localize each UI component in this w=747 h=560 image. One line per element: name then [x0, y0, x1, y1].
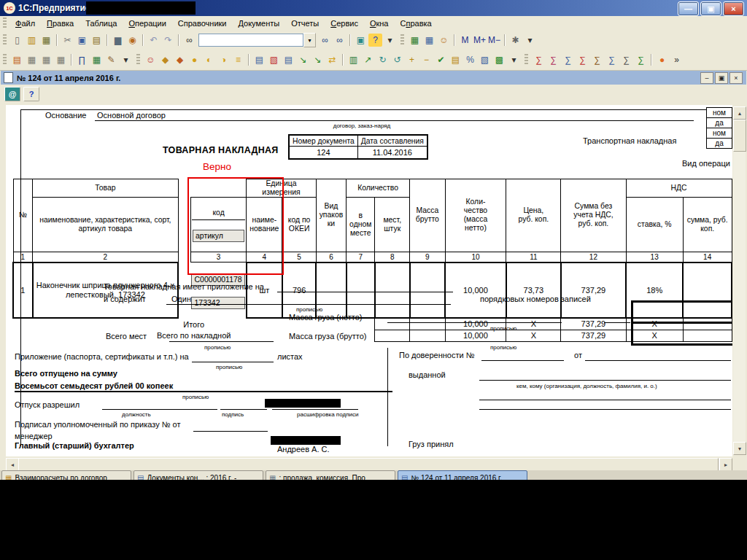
help-icon[interactable]: ? [23, 87, 39, 101]
chart-export-icon[interactable]: ↗ [361, 53, 375, 66]
cash-register-2-icon[interactable]: ▦ [39, 53, 53, 66]
post-document-icon[interactable]: @ [4, 87, 20, 101]
save-icon[interactable]: ▦ [39, 34, 53, 47]
export-2-icon[interactable]: ↘ [311, 53, 325, 66]
dropdown-icon[interactable]: ▾ [383, 34, 397, 47]
doc-percent-icon[interactable]: % [463, 53, 477, 66]
menu-operations[interactable]: Операции [123, 18, 171, 29]
copy-window-icon[interactable]: ▣ [354, 34, 368, 47]
scroll-up-icon[interactable]: ▴ [733, 106, 746, 120]
tab-vzaimoraschety[interactable]: ▦ Взаиморасчеты по договор [1, 470, 131, 480]
calculator-icon[interactable]: ▦ [408, 34, 422, 47]
menu-file[interactable]: Файл [9, 18, 41, 29]
coins-icon[interactable]: ● [187, 53, 201, 66]
cash-register-3-icon[interactable]: ▦ [54, 53, 68, 66]
doc-minimize-button[interactable]: – [700, 72, 713, 84]
search-input[interactable] [198, 34, 303, 47]
tools-icon[interactable]: ✱ [508, 34, 522, 47]
paste-icon[interactable]: ▤ [90, 34, 104, 47]
help-1c-icon[interactable]: ? [368, 34, 382, 47]
sum-entries-icon[interactable]: ∑ [532, 53, 546, 66]
vertical-scrollbar[interactable]: ▴ ▾ [733, 106, 746, 455]
menu-service[interactable]: Сервис [325, 18, 364, 29]
cash-register-icon[interactable]: ▦ [25, 53, 39, 66]
partners-icon[interactable]: ∏ [75, 53, 89, 66]
cabinet-icon[interactable]: ▤ [10, 53, 24, 66]
doc-coins-icon[interactable]: ▤ [449, 53, 462, 66]
memory-minus-icon[interactable]: М− [487, 34, 501, 47]
restore-button[interactable]: ▣ [700, 1, 721, 16]
menu-documents[interactable]: Документы [232, 18, 285, 29]
combo-dropdown-icon[interactable]: ▾ [303, 33, 316, 47]
menu-directories[interactable]: Справочники [172, 18, 233, 29]
odin-value[interactable]: Один [171, 295, 191, 303]
person-lookup-icon[interactable]: ▧ [478, 53, 492, 66]
menu-windows[interactable]: Окна [364, 18, 395, 29]
person-red-icon[interactable]: ☺ [144, 53, 158, 66]
calendar-icon[interactable]: ▦ [422, 34, 436, 47]
vertical-scroll-thumb[interactable] [733, 120, 746, 152]
coins-exchange-icon[interactable]: ⇄ [325, 53, 339, 66]
redo-icon[interactable]: ↷ [161, 34, 175, 47]
menu-reports[interactable]: Отчеты [285, 18, 325, 29]
user-monitor-icon[interactable]: ☺ [437, 34, 451, 47]
find-previous-icon[interactable]: ∞ [333, 34, 347, 47]
scroll-left-icon[interactable]: ◂ [6, 458, 19, 471]
sum-partner-icon[interactable]: ∑ [576, 53, 589, 66]
sign-doc-icon[interactable]: ✎ [104, 53, 118, 66]
find-next-icon[interactable]: ∞ [318, 34, 332, 47]
sum-debit-icon[interactable]: ∑ [546, 53, 560, 66]
doc-restore-button[interactable]: ▣ [715, 72, 728, 84]
sum-credit-icon[interactable]: ∑ [561, 53, 575, 66]
doc-return-icon[interactable]: ↺ [390, 53, 404, 66]
scroll-right-icon[interactable]: ▸ [719, 458, 732, 471]
menu-table[interactable]: Таблица [80, 18, 123, 29]
tab-waybill-124[interactable]: ▤ № 124 от 11 апреля 2016 г. [398, 470, 527, 480]
cash-income-icon[interactable]: ◐ [202, 53, 216, 66]
find-icon[interactable]: ∞ [182, 34, 196, 47]
coins-remove-icon[interactable]: − [419, 53, 433, 66]
menu-help[interactable]: Справка [395, 18, 438, 29]
invoice-person-icon[interactable]: ▤ [282, 53, 295, 66]
doc-approve-icon[interactable]: ✔ [434, 53, 448, 66]
memory-plus-icon[interactable]: М+ [473, 34, 487, 47]
doc-close-button[interactable]: × [729, 72, 743, 84]
money-stack-icon[interactable]: ≡ [231, 53, 245, 66]
doc-refresh-icon[interactable]: ↻ [376, 53, 390, 66]
more-buttons-icon[interactable]: » [670, 53, 684, 66]
horizontal-scrollbar[interactable]: ◂ ▸ [6, 458, 732, 470]
print-preview-icon[interactable]: ◉ [125, 34, 139, 47]
terminal-icon[interactable]: ▩ [492, 53, 506, 66]
return-basket-icon[interactable]: ◆ [173, 53, 187, 66]
undo-icon[interactable]: ↶ [147, 34, 160, 47]
coins-add-icon[interactable]: + [405, 53, 419, 66]
report-cube-icon[interactable]: ▧ [267, 53, 281, 66]
new-document-icon[interactable]: ▯ [10, 34, 24, 47]
close-button[interactable]: × [723, 1, 744, 16]
copy-icon[interactable]: ▣ [75, 34, 89, 47]
menu-edit[interactable]: Правка [41, 18, 80, 29]
dropdown-icon[interactable]: ▾ [523, 34, 537, 47]
minimize-button[interactable]: — [678, 1, 699, 16]
price-table-icon[interactable]: ▦ [90, 53, 104, 66]
sale-basket-icon[interactable]: ◆ [158, 53, 172, 66]
cut-icon[interactable]: ✂ [61, 34, 74, 47]
item-artikul-field[interactable]: 173342 [191, 297, 244, 309]
scroll-down-icon[interactable]: ▾ [733, 442, 746, 455]
sum-check-icon[interactable]: ∑ [634, 53, 648, 66]
dropdown-icon[interactable]: ▾ [507, 53, 521, 66]
open-icon[interactable]: ▥ [25, 34, 39, 47]
print-icon[interactable]: ▆ [111, 34, 125, 47]
tab-dokumenty[interactable]: ▤ Документы кон... : 2016 г. - [133, 470, 263, 480]
cash-outcome-icon[interactable]: ◑ [217, 53, 231, 66]
menu-grip[interactable] [3, 18, 7, 29]
memory-icon[interactable]: М [458, 34, 472, 47]
osnovanie-value[interactable]: Основной договор [97, 111, 166, 120]
invoice-client-icon[interactable]: ▤ [252, 53, 266, 66]
tab-prodazha[interactable]: ▦ : продажа, комиссия. Про [266, 470, 395, 480]
export-icon[interactable]: ↘ [296, 53, 310, 66]
sum-report-icon[interactable]: ∑ [605, 53, 619, 66]
ledger-icon[interactable]: ▥ [347, 53, 360, 66]
service-ball-icon[interactable]: ● [655, 53, 669, 66]
dropdown-icon[interactable]: ▾ [119, 53, 133, 66]
